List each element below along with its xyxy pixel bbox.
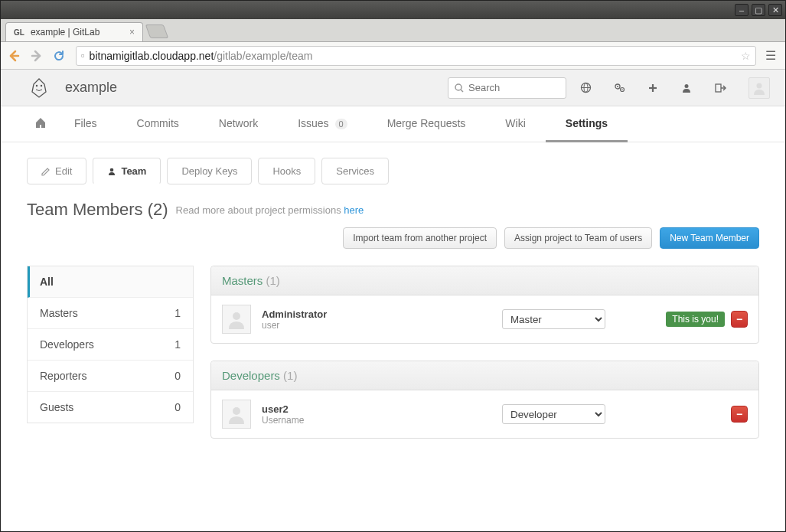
window-titlebar: – ▢ ✕	[1, 1, 785, 19]
reload-button[interactable]	[53, 50, 70, 62]
sidebar-item-reporters[interactable]: Reporters 0	[28, 361, 193, 392]
role-filter-sidebar: All Masters 1 Developers 1 Reporters 0	[27, 266, 194, 423]
member-row: user2 Username GuestReporterDeveloperMas…	[211, 390, 758, 438]
bookmark-star-icon[interactable]: ☆	[741, 50, 751, 62]
browser-tab[interactable]: GL example | GitLab ×	[5, 22, 143, 41]
sidebar-item-masters[interactable]: Masters 1	[28, 298, 193, 329]
sidebar-item-label: Masters	[40, 307, 78, 319]
nav-network[interactable]: Network	[199, 106, 278, 142]
window-maximize-button[interactable]: ▢	[752, 4, 765, 16]
sidebar-item-developers[interactable]: Developers 1	[28, 329, 193, 361]
nav-commits[interactable]: Commits	[117, 106, 199, 142]
member-name[interactable]: Administrator	[262, 308, 491, 320]
logout-icon[interactable]	[715, 83, 735, 93]
subtab-hooks[interactable]: Hooks	[258, 158, 315, 184]
subtab-team-label: Team	[121, 165, 146, 177]
svg-point-3	[36, 84, 38, 86]
sidebar-item-label: All	[40, 276, 54, 288]
permissions-link[interactable]: here	[344, 204, 364, 216]
subtab-team[interactable]: Team	[93, 158, 161, 184]
developers-panel: Developers (1) user2 Username GuestRe	[210, 361, 759, 439]
nav-home[interactable]	[27, 106, 54, 142]
subtab-deploy-keys[interactable]: Deploy Keys	[167, 158, 252, 184]
svg-point-19	[757, 83, 762, 88]
svg-point-21	[233, 312, 240, 320]
svg-point-5	[455, 84, 461, 90]
this-is-you-badge: This is you!	[666, 312, 725, 327]
project-title[interactable]: example	[65, 80, 117, 96]
sidebar-item-label: Developers	[40, 338, 94, 351]
search-icon	[455, 83, 464, 93]
panel-title: Developers	[222, 369, 280, 382]
remove-member-button[interactable]: −	[731, 406, 748, 423]
content-area: Edit Team Deploy Keys Hooks Services Tea…	[1, 142, 785, 471]
search-input[interactable]	[468, 82, 559, 93]
page-icon: ▫	[81, 50, 85, 61]
svg-point-13	[621, 89, 623, 90]
gitlab-logo-icon[interactable]	[27, 76, 51, 100]
settings-subtabs: Edit Team Deploy Keys Hooks Services	[27, 158, 759, 184]
svg-point-20	[110, 168, 114, 171]
tab-title: example | GitLab	[31, 27, 100, 38]
panel-title: Masters	[222, 274, 263, 287]
member-username: Username	[262, 415, 491, 426]
assign-team-button[interactable]: Assign project to Team of users	[504, 227, 652, 249]
search-box[interactable]	[448, 77, 566, 99]
member-info: user2 Username	[262, 403, 491, 426]
address-bar[interactable]: ▫ bitnamigitlab.cloudapp.net/gitlab/exam…	[76, 46, 756, 66]
new-member-button[interactable]: New Team Member	[660, 227, 759, 249]
public-icon[interactable]	[580, 82, 600, 93]
nav-files[interactable]: Files	[54, 106, 117, 142]
subtab-services[interactable]: Services	[321, 158, 389, 184]
sidebar-item-count: 0	[174, 401, 181, 413]
svg-point-4	[41, 84, 42, 86]
issues-count-badge: 0	[335, 119, 347, 129]
page-title-row: Team Members (2) Read more about project…	[27, 200, 759, 249]
member-info: Administrator user	[262, 308, 491, 331]
subtab-edit-label: Edit	[55, 165, 72, 177]
nav-wiki[interactable]: Wiki	[485, 106, 545, 142]
role-select[interactable]: GuestReporterDeveloperMaster	[502, 404, 605, 424]
members-main: Masters (1) Administrator user GuestR	[210, 266, 759, 455]
sidebar-item-label: Guests	[40, 401, 73, 413]
team-layout: All Masters 1 Developers 1 Reporters 0	[27, 266, 759, 455]
nav-issues[interactable]: Issues 0	[278, 106, 367, 142]
subtab-edit[interactable]: Edit	[27, 158, 86, 184]
member-row: Administrator user GuestReporterDevelope…	[211, 295, 758, 343]
svg-point-22	[233, 407, 240, 415]
new-tab-button[interactable]	[145, 24, 169, 38]
admin-gears-icon[interactable]	[614, 82, 634, 93]
nav-merge-requests[interactable]: Merge Requests	[367, 106, 486, 142]
sidebar-item-count: 0	[174, 370, 181, 382]
back-button[interactable]	[7, 49, 24, 63]
member-name[interactable]: user2	[262, 403, 491, 415]
browser-toolbar: ▫ bitnamigitlab.cloudapp.net/gitlab/exam…	[1, 42, 785, 70]
sidebar-item-label: Reporters	[40, 370, 86, 382]
window-close-button[interactable]: ✕	[768, 4, 782, 16]
panel-heading: Masters (1)	[211, 266, 758, 295]
tab-close-icon[interactable]: ×	[129, 27, 135, 38]
title-actions: Import team from another project Assign …	[343, 227, 759, 249]
browser-tab-strip: GL example | GitLab ×	[1, 19, 785, 42]
member-username: user	[262, 320, 491, 331]
user-avatar[interactable]	[748, 77, 770, 99]
nav-settings[interactable]: Settings	[546, 106, 628, 142]
sidebar-item-all[interactable]: All	[28, 266, 193, 298]
role-select[interactable]: GuestReporterDeveloperMaster	[502, 309, 605, 329]
import-team-button[interactable]: Import team from another project	[343, 227, 497, 249]
gitlab-header: example	[1, 70, 785, 106]
page-heading: Team Members (2)	[27, 200, 168, 220]
panel-heading: Developers (1)	[211, 361, 758, 390]
svg-point-16	[685, 84, 689, 88]
forward-button[interactable]	[30, 49, 47, 63]
team-icon	[107, 167, 116, 176]
member-avatar	[222, 305, 251, 334]
edit-icon	[41, 167, 51, 176]
masters-panel: Masters (1) Administrator user GuestR	[210, 266, 759, 344]
browser-menu-button[interactable]: ☰	[762, 48, 779, 63]
window-minimize-button[interactable]: –	[735, 4, 748, 16]
profile-icon[interactable]	[681, 83, 701, 93]
new-plus-icon[interactable]	[647, 83, 667, 93]
remove-member-button[interactable]: −	[731, 311, 748, 328]
sidebar-item-guests[interactable]: Guests 0	[28, 392, 193, 423]
